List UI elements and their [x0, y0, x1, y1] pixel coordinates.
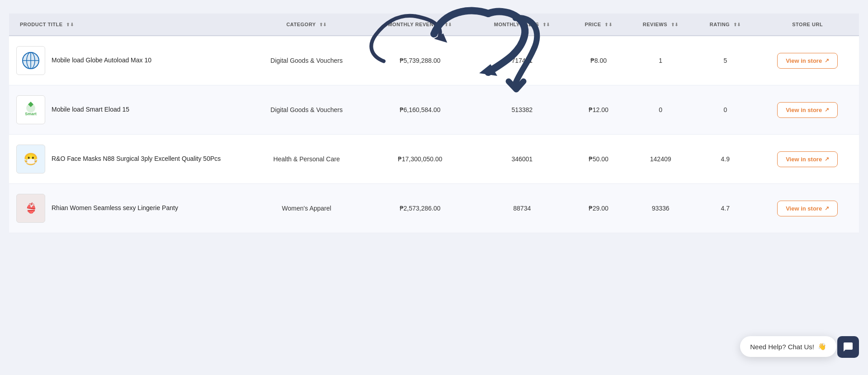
cell-product-title: Smart Mobile load Smart Eload 15: [9, 85, 247, 135]
cell-reviews: 93336: [627, 184, 694, 233]
external-link-icon: ↗: [825, 57, 829, 64]
cell-category: Digital Goods & Vouchers: [247, 85, 366, 135]
cell-rating: 0: [694, 85, 756, 135]
cell-store-url[interactable]: View in store ↗: [756, 85, 859, 135]
cell-price: ₱29.00: [571, 184, 627, 233]
cell-rating: 4.7: [694, 184, 756, 233]
product-image: Smart: [16, 95, 45, 124]
cell-monthly-revenue: ₱2,573,286.00: [366, 184, 474, 233]
col-monthly-sales[interactable]: MONTHLY SALES ⬆⬇: [474, 14, 571, 36]
table-row: Mobile load Globe Autoload Max 10 Digita…: [9, 36, 859, 85]
sort-icon-monthly-revenue[interactable]: ⬆⬇: [444, 22, 452, 27]
cell-price: ₱8.00: [571, 36, 627, 85]
sort-icon-reviews[interactable]: ⬆⬇: [671, 22, 679, 27]
cell-product-title: 👙 Rhian Women Seamless sexy Lingerie Pan…: [9, 184, 247, 233]
sort-icon-rating[interactable]: ⬆⬇: [733, 22, 741, 27]
product-image: 👙: [16, 194, 45, 223]
cell-price: ₱50.00: [571, 135, 627, 184]
sort-icon-product-title[interactable]: ⬆⬇: [66, 22, 74, 27]
product-image: 😷: [16, 145, 45, 173]
table-row: Smart Mobile load Smart Eload 15 Digital…: [9, 85, 859, 135]
chat-bubble-emoji: 👋: [818, 342, 826, 351]
cell-monthly-sales: 88734: [474, 184, 571, 233]
view-in-store-button[interactable]: View in store ↗: [777, 201, 838, 216]
col-price[interactable]: PRICE ⬆⬇: [571, 14, 627, 36]
cell-category: Women's Apparel: [247, 184, 366, 233]
sort-icon-price[interactable]: ⬆⬇: [604, 22, 612, 27]
sort-icon-category[interactable]: ⬆⬇: [319, 22, 327, 27]
cell-monthly-sales: 513382: [474, 85, 571, 135]
chat-icon-button[interactable]: [837, 336, 859, 358]
col-store-url: STORE URL: [756, 14, 859, 36]
table-row: 😷 R&O Face Masks N88 Surgical 3ply Excel…: [9, 135, 859, 184]
cell-product-title: Mobile load Globe Autoload Max 10: [9, 36, 247, 85]
col-reviews[interactable]: REVIEWS ⬆⬇: [627, 14, 694, 36]
cell-store-url[interactable]: View in store ↗: [756, 135, 859, 184]
cell-store-url[interactable]: View in store ↗: [756, 36, 859, 85]
col-rating[interactable]: RATING ⬆⬇: [694, 14, 756, 36]
table-row: 👙 Rhian Women Seamless sexy Lingerie Pan…: [9, 184, 859, 233]
svg-text:Smart: Smart: [25, 112, 37, 116]
sort-icon-monthly-sales[interactable]: ⬆⬇: [542, 22, 550, 27]
cell-reviews: 0: [627, 85, 694, 135]
cell-monthly-sales: 717411: [474, 36, 571, 85]
cell-monthly-sales: 346001: [474, 135, 571, 184]
cell-store-url[interactable]: View in store ↗: [756, 184, 859, 233]
col-monthly-revenue[interactable]: MONTHLY REVENUE ⬆⬇: [366, 14, 474, 36]
col-product-title[interactable]: PRODUCT TITLE ⬆⬇: [9, 14, 247, 36]
chat-bubble-text: Need Help? Chat Us!: [750, 343, 814, 351]
cell-category: Health & Personal Care: [247, 135, 366, 184]
col-category[interactable]: CATEGORY ⬆⬇: [247, 14, 366, 36]
chat-icon: [843, 342, 854, 352]
cell-category: Digital Goods & Vouchers: [247, 36, 366, 85]
cell-monthly-revenue: ₱6,160,584.00: [366, 85, 474, 135]
product-image: [16, 46, 45, 75]
products-table: PRODUCT TITLE ⬆⬇ CATEGORY ⬆⬇ MONTHLY REV…: [9, 14, 859, 233]
cell-rating: 4.9: [694, 135, 756, 184]
cell-price: ₱12.00: [571, 85, 627, 135]
table-header-row: PRODUCT TITLE ⬆⬇ CATEGORY ⬆⬇ MONTHLY REV…: [9, 14, 859, 36]
cell-rating: 5: [694, 36, 756, 85]
chat-bubble[interactable]: Need Help? Chat Us! 👋: [740, 336, 836, 357]
cell-reviews: 142409: [627, 135, 694, 184]
cell-monthly-revenue: ₱17,300,050.00: [366, 135, 474, 184]
data-table: PRODUCT TITLE ⬆⬇ CATEGORY ⬆⬇ MONTHLY REV…: [9, 14, 859, 233]
external-link-icon: ↗: [825, 156, 829, 162]
view-in-store-button[interactable]: View in store ↗: [777, 102, 838, 118]
external-link-icon: ↗: [825, 107, 829, 113]
cell-reviews: 1: [627, 36, 694, 85]
view-in-store-button[interactable]: View in store ↗: [777, 53, 838, 69]
cell-monthly-revenue: ₱5,739,288.00: [366, 36, 474, 85]
cell-product-title: 😷 R&O Face Masks N88 Surgical 3ply Excel…: [9, 135, 247, 184]
view-in-store-button[interactable]: View in store ↗: [777, 151, 838, 167]
external-link-icon: ↗: [825, 205, 829, 211]
